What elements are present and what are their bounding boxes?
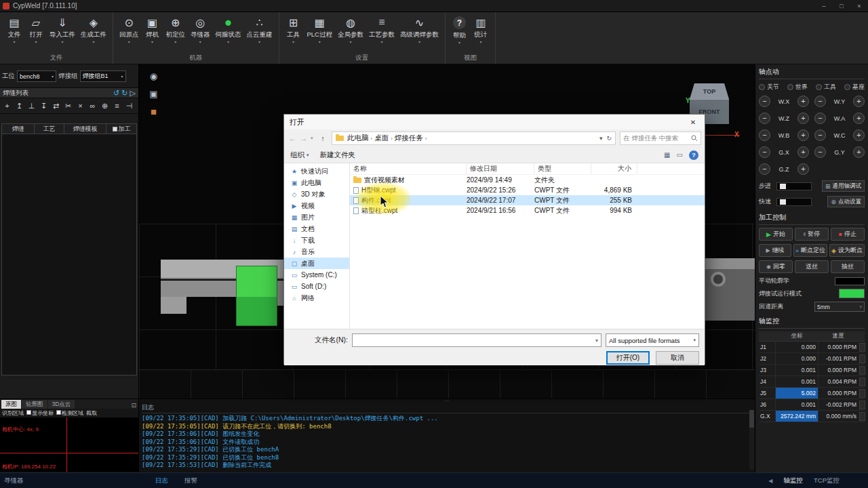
add-icon[interactable]: + (1, 100, 13, 111)
toolbar-button[interactable]: ⊙ 回原点 ▾ (117, 14, 142, 45)
dialog-close-icon[interactable]: ✕ (682, 115, 705, 129)
toolbar-button[interactable]: ▱ 打开 ▾ (25, 14, 47, 45)
start-button[interactable]: ▶开始 (759, 228, 793, 241)
up-icon[interactable]: ↑ (318, 134, 328, 142)
jog-plus-button[interactable]: + (853, 113, 865, 124)
new-folder-button[interactable]: 新建文件夹 (320, 150, 356, 160)
organize-button[interactable]: 组织▾ (290, 150, 309, 160)
breakpoint-locate-button[interactable]: »断点定位 (793, 244, 827, 257)
toolbar-button[interactable]: ▤ 文件 ▾ (3, 14, 25, 45)
col-type[interactable]: 类型 (534, 163, 591, 174)
retreat-distance-dropdown[interactable]: 5mm▾ (814, 302, 865, 312)
col-size[interactable]: 大小 (591, 163, 637, 174)
sidebar-item[interactable]: ▶ 视频 (284, 200, 349, 211)
jog-plus-button[interactable]: + (797, 129, 809, 141)
breadcrumb[interactable]: 此电脑 › 桌面 › 焊接任务 › ▾ ↻ (332, 131, 616, 145)
refresh-icon[interactable]: ↻ (606, 135, 612, 142)
jog-minus-button[interactable]: − (759, 163, 770, 175)
jog-settings-button[interactable]: ⊛点动设置 (827, 196, 865, 207)
delete-icon[interactable]: × (75, 100, 86, 111)
axis-row-button[interactable] (859, 378, 865, 386)
tab-axis-monitor[interactable]: 轴监控 (784, 476, 804, 485)
jog-plus-button[interactable]: + (797, 96, 809, 107)
slider-handle[interactable] (780, 199, 786, 205)
axis-row-button[interactable] (859, 401, 865, 409)
swap-icon[interactable]: ⇄ (50, 100, 62, 111)
move-down-icon[interactable]: ↧ (38, 100, 50, 111)
capture-button[interactable]: 截取 (86, 409, 97, 417)
align-icon[interactable]: ⊣ (123, 100, 135, 111)
axis-debug-button[interactable]: ⊞通用轴调试 (822, 180, 865, 192)
sidebar-item[interactable]: ◇ 3D 对象 (284, 188, 349, 200)
detect-area-checkbox[interactable]: 检测区域 (56, 409, 83, 417)
filename-input[interactable]: ▾ (352, 333, 601, 347)
wire-retract-button[interactable]: 抽丝 (831, 260, 865, 273)
breadcrumb-segment[interactable]: 桌面 (374, 134, 389, 143)
mode-tool[interactable]: 工具 (816, 83, 836, 92)
toolbar-button[interactable]: ⊕ 初定位 ▾ (163, 14, 189, 45)
list-icon[interactable]: ≡ (111, 100, 123, 111)
log-scrollbar[interactable] (749, 410, 754, 470)
axis-row-button[interactable] (859, 343, 865, 352)
sidebar-item[interactable]: ▢ 桌面 (284, 258, 349, 269)
sidebar-item[interactable]: ♪ 音乐 (284, 246, 349, 258)
toolbar-button[interactable]: ▥ 统计 ▾ (470, 14, 492, 45)
trial-mode-indicator[interactable] (839, 289, 865, 298)
toolbar-button[interactable]: ◈ 生成工件 ▾ (78, 14, 109, 45)
contour-indicator[interactable] (835, 277, 865, 285)
snap-icon[interactable]: ◉ (147, 70, 160, 83)
camera-icon[interactable]: ▣ (147, 87, 160, 100)
tab-tcp-monitor[interactable]: TCP监控 (814, 476, 840, 485)
preview-pane-icon[interactable]: ▭ (677, 151, 683, 159)
jog-minus-button[interactable]: − (759, 146, 770, 158)
cut-icon[interactable]: ✂ (62, 100, 74, 111)
continue-button[interactable]: ▶继续 (759, 244, 791, 257)
back-icon[interactable]: ← (288, 134, 297, 142)
weld-group-dropdown[interactable]: 焊接组B1▾ (80, 70, 126, 82)
jog-minus-button[interactable]: − (814, 129, 826, 141)
col-template[interactable]: 焊缝模板 (64, 124, 106, 134)
step-slider[interactable] (776, 182, 812, 190)
close-icon[interactable]: × (850, 0, 868, 12)
mode-world[interactable]: 世界 (787, 83, 808, 92)
locate-icon[interactable]: ⊕ (99, 100, 111, 111)
toolbar-button[interactable]: ◍ 全局参数 ▾ (335, 14, 366, 45)
col-date[interactable]: 修改日期 (467, 163, 534, 174)
show-coords-checkbox[interactable]: 显示坐标 (26, 409, 54, 417)
toolbar-button[interactable]: ? 帮助 ▾ (449, 14, 470, 46)
col-process[interactable]: 工艺 (35, 124, 64, 134)
checkbox-icon[interactable] (113, 127, 117, 131)
breadcrumb-segment[interactable]: 此电脑 (347, 134, 369, 143)
toolbar-button[interactable]: ∴ 点云重建 ▾ (244, 14, 275, 45)
expand-icon[interactable]: ⊡ (131, 402, 138, 409)
sidebar-item[interactable]: ↓ 下载 (284, 235, 349, 246)
view-mode-icon[interactable]: ▦ (664, 151, 670, 159)
toolbar-button[interactable]: ≡ 工艺参数 ▾ (366, 14, 397, 45)
sidebar-item[interactable]: ▣ 此电脑 (284, 177, 349, 188)
sidebar-item[interactable]: ▤ 文档 (284, 223, 349, 235)
col-name[interactable]: 名称 (350, 163, 467, 174)
jog-minus-button[interactable]: − (814, 146, 826, 158)
station-dropdown[interactable]: bench8▾ (17, 70, 56, 82)
set-breakpoint-button[interactable]: ◈设为断点 (829, 244, 865, 257)
link-icon[interactable]: ∞ (87, 100, 98, 111)
axis-row-button[interactable] (859, 389, 865, 398)
fast-slider[interactable] (776, 198, 812, 206)
col-machining[interactable]: 加工 (106, 124, 136, 134)
tab-original-image[interactable]: 原图 (1, 400, 21, 409)
toolbar-button[interactable]: ▣ 焊机 ▾ (142, 14, 163, 45)
toolbar-button[interactable]: ◎ 寻缝器 ▾ (188, 14, 213, 45)
sidebar-item[interactable]: ⌂ 网络 (284, 292, 349, 304)
jog-minus-button[interactable]: − (814, 113, 826, 124)
jog-plus-button[interactable]: + (853, 96, 865, 107)
jog-minus-button[interactable]: − (814, 96, 826, 107)
move-bottom-icon[interactable]: ⊥ (26, 100, 37, 111)
sidebar-item[interactable]: ★ 快速访问 (284, 165, 349, 177)
jog-plus-button[interactable]: + (797, 163, 809, 175)
refresh-ccw-icon[interactable]: ↺ (113, 89, 119, 98)
cancel-button[interactable]: 取消 (656, 351, 699, 365)
toolbar-button[interactable]: ⇓ 导入工件 ▾ (47, 14, 78, 45)
jog-plus-button[interactable]: + (797, 113, 809, 124)
home-button[interactable]: ◉回零 (759, 260, 793, 273)
pause-button[interactable]: ‖暂停 (795, 228, 829, 241)
